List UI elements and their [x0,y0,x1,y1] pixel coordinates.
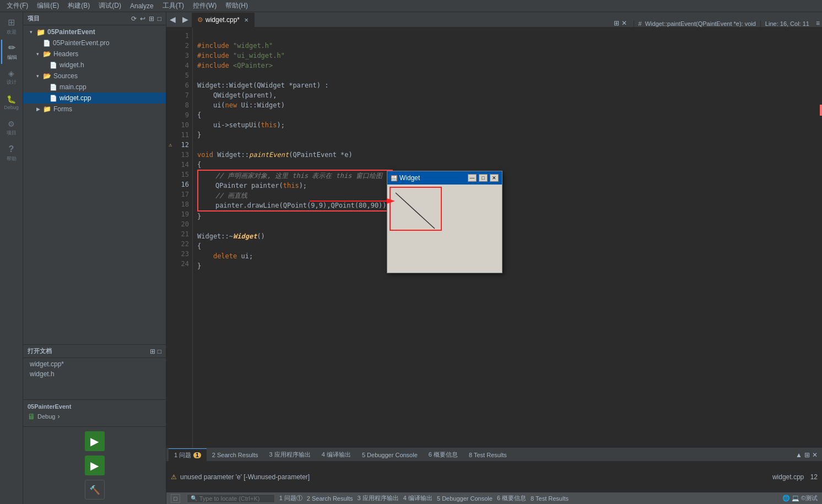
status-icons: 🌐 💻 ©测试 [782,494,818,502]
warning-indicator-line12: ⚠ [166,140,174,150]
widget-popup-min-btn[interactable]: — [468,174,477,182]
tab-cpp-close[interactable]: ✕ [244,17,248,23]
bottom-file-ref: widget.cpp 12 [772,473,818,481]
tree-arrow-headers: ▾ [36,51,43,57]
open-docs-split-icon[interactable]: ⊞ [150,348,155,355]
run-debug-button[interactable]: ▶ [85,456,105,475]
bottom-tab-app-output[interactable]: 3 应用程序输出 [264,448,316,462]
sidebar-item-welcome[interactable]: ⊞ 欢迎 [1,14,22,39]
widget-preview-popup: 🪟 Widget — □ ✕ [387,171,502,273]
bottom-panel-close-btn[interactable]: ✕ [812,451,818,459]
open-docs-title: 打开文档 [28,347,52,355]
tree-item-main-cpp[interactable]: 📄 main.cpp [23,82,166,93]
debug-project-label: 05PainterEvent [28,403,161,410]
highlight-area [390,187,442,231]
open-docs-list: widget.cpp* widget.h [23,358,166,399]
bottom-tab-debugger[interactable]: 5 Debugger Console [356,448,423,462]
tree-item-widget-h[interactable]: 📄 widget.h [23,59,166,71]
editor-tab-bar: ◀ ▶ ⚙ widget.cpp* ✕ ⊞ ✕ # Widget::paintE… [166,12,822,28]
tree-forms-label: Forms [53,105,72,113]
bottom-tab-compile-output[interactable]: 4 编译输出 [316,448,356,462]
locate-input-container[interactable]: 🔍 [187,494,275,503]
statusbar-panel-toggle[interactable]: □ [171,494,180,503]
bottom-warning-icon: ⚠ [171,473,177,481]
headers-folder-icon: 📂 [43,50,51,58]
menu-item-controls[interactable]: 控件(W) [188,0,221,12]
bottom-tab-bar: 1 问题 1 2 Search Results 3 应用程序输出 4 编译输出 … [166,448,822,462]
bottom-tab-search[interactable]: 2 Search Results [207,448,264,462]
bottom-panel: 1 问题 1 2 Search Results 3 应用程序输出 4 编译输出 … [166,448,822,492]
widget-h-icon: 📄 [50,62,57,69]
tree-widget-h-label: widget.h [60,61,84,69]
tab-cpp-label: widget.cpp* [206,16,240,24]
sidebar-item-debug[interactable]: 🐛 Debug [1,90,22,115]
tab-close-btn[interactable]: ✕ [621,19,627,27]
tree-item-widget-cpp[interactable]: 📄 widget.cpp [23,93,166,104]
widget-popup-titlebar: 🪟 Widget — □ ✕ [387,171,502,185]
tree-item-forms[interactable]: ▶ 📁 Forms [23,104,166,115]
tree-item-headers[interactable]: ▾ 📂 Headers [23,48,166,59]
open-doc-widget-h[interactable]: widget.h [23,369,166,379]
widget-cpp-icon: 📄 [50,95,57,102]
sidebar-item-edit[interactable]: ✏ 编辑 [1,40,22,64]
bottom-panel-up-btn[interactable]: ▲ [796,451,802,459]
forms-folder-icon: 📁 [43,105,51,113]
menu-item-tools[interactable]: 工具(T) [158,0,188,12]
sidebar-item-project[interactable]: ⚙ 项目 [1,116,22,140]
menubar: 文件(F) 编辑(E) 构建(B) 调试(D) Analyze 工具(T) 控件… [0,0,822,12]
tree-arrow-root: ▾ [30,29,36,35]
widget-popup-close-btn[interactable]: ✕ [490,174,499,182]
bottom-content: ⚠ unused parameter 'e' [-Wunused-paramet… [166,462,822,492]
bottom-panel-split-btn[interactable]: ⊞ [804,451,810,459]
code-editor: ⚠ 12345 678910 1112131415 1617181920 212… [166,28,822,448]
bottom-tab-test[interactable]: 8 Test Results [463,448,512,462]
locate-input[interactable] [199,495,271,502]
menu-item-build[interactable]: 构建(B) [63,0,94,12]
menu-item-analyze[interactable]: Analyze [126,1,158,11]
right-indicator [820,105,822,116]
project-filter-icon[interactable]: ↩ [140,15,145,23]
tree-pro-label: 05PainterEvent.pro [53,39,110,47]
tree-root-label: 05PainterEvent [47,28,95,36]
open-doc-widget-cpp[interactable]: widget.cpp* [23,359,166,369]
tab-widget-cpp[interactable]: ⚙ widget.cpp* ✕ [192,13,255,27]
editor-main: ◀ ▶ ⚙ widget.cpp* ✕ ⊞ ✕ # Widget::paintE… [166,12,822,504]
warning-count-badge: 1 [193,452,201,458]
open-docs-close-icon[interactable]: □ [158,348,161,355]
tab-split-btn[interactable]: ⊞ [614,19,619,27]
project-close-icon[interactable]: □ [158,15,161,23]
bottom-tab-problems[interactable]: 1 问题 1 [169,448,207,462]
nav-back-btn[interactable]: ◀ [166,12,179,27]
run-button[interactable]: ▶ [85,431,105,451]
bottom-warning-text: unused parameter 'e' [-Wunused-parameter… [180,473,310,481]
problems-label: 1 问题 [174,451,191,459]
run-buttons-area: ▶ ▶ 🔨 [23,426,166,504]
menu-item-help[interactable]: 帮助(H) [221,0,252,12]
tree-item-pro[interactable]: 📄 05PainterEvent.pro [23,37,166,48]
open-docs-header: 打开文档 ⊞ □ [23,345,166,358]
nav-forward-btn[interactable]: ▶ [179,12,192,27]
bottom-tab-summary[interactable]: 6 概要信息 [423,448,463,462]
menu-item-edit[interactable]: 编辑(E) [33,0,63,12]
main-cpp-icon: 📄 [50,84,57,91]
tree-item-sources[interactable]: ▾ 📂 Sources [23,71,166,82]
build-button[interactable]: 🔨 [85,480,105,500]
tree-sources-label: Sources [53,72,78,80]
sidebar-item-design[interactable]: ◈ 设计 [1,65,22,89]
tab-cpp-icon: ⚙ [197,16,203,24]
settings-icon[interactable]: ≡ [816,19,820,27]
menu-item-file[interactable]: 文件(F) [2,0,33,12]
widget-popup-max-btn[interactable]: □ [479,174,488,182]
tree-arrow-forms: ▶ [36,106,43,112]
project-split-icon[interactable]: ⊞ [149,15,154,23]
sidebar-item-help[interactable]: ? 帮助 [1,141,22,165]
project-tree: ▾ 📁 05PainterEvent 📄 05PainterEvent.pro … [23,25,166,344]
tree-item-root[interactable]: ▾ 📁 05PainterEvent [23,26,166,37]
left-sidebar: ⊞ 欢迎 ✏ 编辑 ◈ 设计 🐛 Debug ⚙ 项目 ? 帮助 [0,12,23,504]
project-sync-icon[interactable]: ⟳ [131,15,137,23]
svg-line-0 [396,193,435,229]
project-panel-title: 项目 [28,14,40,23]
menu-item-debug[interactable]: 调试(D) [94,0,126,12]
code-content[interactable]: #include "widget.h" #include "ui_widget.… [193,28,822,448]
tree-headers-label: Headers [53,50,78,58]
